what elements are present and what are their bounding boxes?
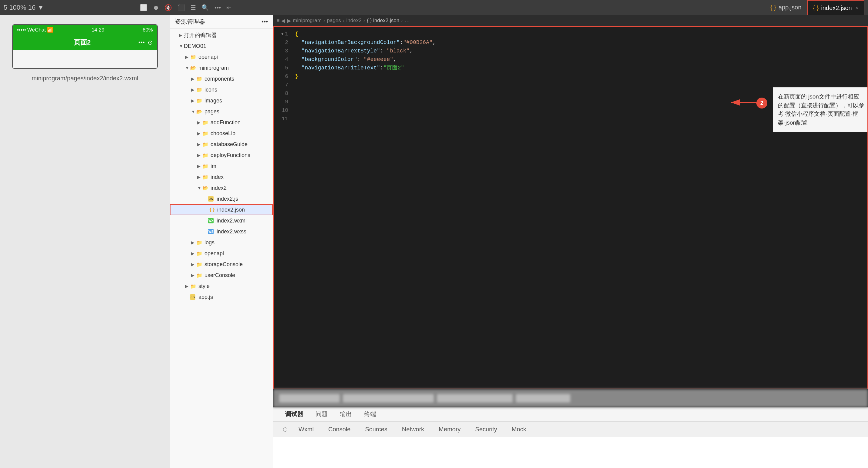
tree-label: chooseLib [211,130,236,137]
tab-debugger[interactable]: 调试器 [279,408,309,421]
arrow-icon: ▼ [197,186,202,190]
tab-terminal[interactable]: 终端 [358,408,382,421]
breadcrumb-item-index2[interactable]: index2 [346,18,362,24]
folder-icon: 📁 [196,261,203,268]
tree-label: openapi [205,250,224,257]
tab-app-json[interactable]: { } app.json [765,0,807,15]
tree-label: addFunction [211,120,241,126]
sidebar-item-openapi[interactable]: ▶ 📁 openapi [170,52,273,62]
arrow-icon: ▶ [191,262,196,267]
tab-index2-json[interactable]: { } index2.json × [807,0,864,15]
sidebar-item-components[interactable]: ▶ 📁 components [170,73,273,84]
arrow-icon: ▶ [191,98,196,103]
sidebar-item-miniprogram[interactable]: ▼ 📂 miniprogram [170,62,273,73]
folder-icon: 📁 [190,283,196,290]
breadcrumb-item-miniprogram[interactable]: miniprogram [293,18,321,24]
tab-memory[interactable]: Memory [431,423,468,436]
demo01-label: DEMO01 [184,43,206,49]
sidebar-item-style[interactable]: ▶ 📁 style [170,281,273,292]
sidebar-item-userConsole[interactable]: ▶ 📁 userConsole [170,270,273,281]
tab-network[interactable]: Network [395,423,431,436]
tree-label: images [205,98,222,104]
tree-label: deployFunctions [211,152,250,159]
tab-security[interactable]: Security [468,423,504,436]
fold-icon[interactable]: ▼ [281,30,284,38]
folder-icon: 📁 [196,272,203,278]
tab-console[interactable]: Console [321,423,358,436]
sidebar-section-opened[interactable]: ▶ 打开的编辑器 [170,30,273,41]
tree-label: components [205,76,234,82]
time-label: 14:29 [92,27,105,33]
folder-icon: 📁 [202,163,209,169]
wechat-label: WeChat [27,27,46,33]
record-icon[interactable]: ⏺ [153,4,159,11]
sidebar-item-databaseGuide[interactable]: ▶ 📁 databaseGuide [170,139,273,150]
sidebar-item-storageConsole[interactable]: ▶ 📁 storageConsole [170,259,273,270]
arrow-icon: ▶ [191,76,196,81]
back-icon[interactable]: ⇤ [226,4,231,11]
wxss-file-icon: WS [208,229,214,234]
sidebar-item-chooseLib[interactable]: ▶ 📁 chooseLib [170,128,273,139]
sidebar-item-index2-js[interactable]: JS index2.js [170,193,273,204]
breadcrumb-sep: › [401,18,403,24]
close-icon[interactable]: × [856,5,858,11]
search-icon[interactable]: 🔍 [202,4,209,11]
tablet-icon[interactable]: ⬜ [140,4,148,11]
folder-icon: 📁 [202,152,209,159]
code-content[interactable]: { "navigationBarBackgroundColor":"#00B26… [292,27,867,389]
tab-sources[interactable]: Sources [358,423,394,436]
sidebar-content: ▶ 打开的编辑器 ▼ DEMO01 ▶ 📁 openapi ▼ 📂 minipr… [170,29,273,468]
sidebar-item-icons[interactable]: ▶ 📁 icons [170,84,273,95]
tree-label: pages [205,108,219,115]
split-icon[interactable]: ⬛ [178,4,185,11]
code-line-1: { [292,30,867,38]
sidebar-more-icon[interactable]: ••• [261,18,268,25]
sidebar-item-images[interactable]: ▶ 📁 images [170,95,273,106]
mute-icon[interactable]: 🔇 [164,4,172,11]
list-icon[interactable]: ☰ [190,4,196,11]
arrow-icon: ▶ [197,153,202,158]
tab-wxml[interactable]: Wxml [291,423,321,436]
sidebar-item-logs[interactable]: ▶ 📁 logs [170,237,273,248]
sidebar-item-index2-wxss[interactable]: WS index2.wxss [170,226,273,237]
tab-problems[interactable]: 问题 [309,408,334,421]
code-editor: ▼1 2 3 4 5 6 7 8 9 10 11 { "navigationBa… [273,26,868,389]
arrow-icon: ▶ [185,55,190,59]
sidebar-item-openapi2[interactable]: ▶ 📁 openapi [170,248,273,259]
breadcrumb-nav-prev[interactable]: ◀ [281,18,285,24]
arrow-icon: ▼ [191,109,196,114]
sidebar-item-demo01[interactable]: ▼ DEMO01 [170,41,273,52]
sidebar-item-index2-wxml[interactable]: WX index2.wxml [170,215,273,226]
sidebar-item-app-js[interactable]: JS app.js [170,292,273,302]
more-icon[interactable]: ••• [215,4,221,11]
breadcrumb-item-pages[interactable]: pages [327,18,341,24]
sidebar-item-index[interactable]: ▶ 📁 index [170,172,273,182]
toolbar-tabs: { } app.json { } index2.json × [765,0,864,15]
breadcrumb-item-more[interactable]: … [405,18,410,24]
sidebar-item-index2-json[interactable]: { } index2.json [170,204,273,215]
zoom-label: 5 100% 16 ▼ [4,4,44,11]
sidebar-item-index2[interactable]: ▼ 📂 index2 [170,182,273,193]
tab-output[interactable]: 输出 [334,408,358,421]
tab-mock[interactable]: Mock [504,423,534,436]
code-line-2: "navigationBarBackgroundColor":"#00B26A"… [292,38,867,47]
breadcrumb-item-file[interactable]: { } index2.json [367,18,399,24]
arrow-icon: ▶ [197,142,202,147]
arrow-icon: ▶ [197,131,202,136]
breadcrumb-collapse-icon[interactable]: ≡ [277,18,279,23]
breadcrumb-sep: › [343,18,345,24]
tree-label: miniprogram [198,65,229,71]
breadcrumb-nav-next[interactable]: ▶ [287,18,291,24]
tree-label: app.js [198,294,213,300]
sidebar-item-addFunction[interactable]: ▶ 📁 addFunction [170,117,273,128]
sidebar-item-pages[interactable]: ▼ 📂 pages [170,106,273,117]
js-file-icon: JS [190,294,195,300]
tree-label: index2.json [217,207,245,213]
sidebar-item-im[interactable]: ▶ 📁 im [170,161,273,172]
sidebar-item-deployFunctions[interactable]: ▶ 📁 deployFunctions [170,150,273,161]
phone-nav-icons: ••• ⊙ [138,39,153,46]
devtools-cursor-icon[interactable]: ⬡ [279,426,291,433]
bottom-tabs: 调试器 问题 输出 终端 [273,408,868,422]
tree-label: style [198,283,210,290]
opened-editors-label: 打开的编辑器 [184,32,217,39]
